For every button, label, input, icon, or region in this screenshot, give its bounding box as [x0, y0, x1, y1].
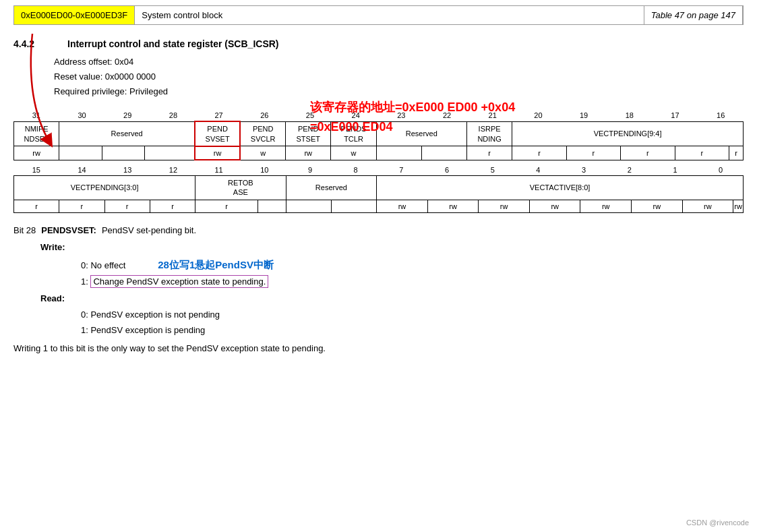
access-25: w — [331, 146, 376, 160]
bit-label-1: 1 — [653, 166, 698, 174]
bit-label-19: 19 — [561, 111, 607, 119]
access-0: rw — [733, 200, 744, 212]
bit-label-28: 28 — [150, 111, 196, 119]
lower-register-table: VECTPENDING[3:0] RETOBASE Reserved VECTA… — [13, 175, 744, 213]
bit-label-4: 4 — [516, 166, 562, 174]
field-vectpending-high: VECTPENDING[9:4] — [512, 121, 744, 146]
access-6: rw — [427, 200, 479, 212]
block-name: System control block — [135, 6, 644, 24]
section-number: 4.4.2 — [13, 38, 54, 49]
write-label: Write: — [40, 239, 744, 255]
bit-label-13: 13 — [104, 166, 150, 174]
access-3: rw — [580, 200, 632, 212]
bit-label-2: 2 — [607, 166, 653, 174]
access-18: r — [675, 146, 729, 160]
bit-label-29: 29 — [104, 111, 150, 119]
register-info: Address offset: 0x04 Reset value: 0x0000… — [54, 55, 744, 99]
access-8 — [331, 200, 376, 212]
access-30 — [59, 146, 102, 160]
field-vectactive: VECTACTIVE[8:0] — [377, 176, 744, 200]
access-29 — [102, 146, 145, 160]
watermark: CSDN @rivencode — [686, 519, 749, 527]
access-22: r — [466, 146, 512, 160]
field-pendsvclr: PENDSVCLR — [240, 121, 285, 146]
chinese-write-label: 28位写1悬起PendSV中断 — [158, 256, 274, 274]
bit-number-label: Bit 28 — [13, 223, 36, 238]
read-1-item: 1: PendSV exception is pending — [81, 322, 744, 338]
reset-value: Reset value: 0x0000 0000 — [54, 69, 744, 84]
section-title: Interrupt control and state register (SC… — [67, 38, 279, 49]
read-label: Read: — [40, 291, 744, 306]
bit-label-31: 31 — [13, 111, 59, 119]
access-12: r — [150, 200, 195, 212]
access-5: rw — [479, 200, 530, 212]
bit-label-9: 9 — [287, 166, 333, 174]
bit-label-30: 30 — [59, 111, 105, 119]
access-1: rw — [682, 200, 733, 212]
bit-label-27: 27 — [196, 111, 242, 119]
access-7: rw — [377, 200, 428, 212]
write-1-item: 1: Change PendSV exception state to pend… — [81, 274, 744, 289]
field-pendsvset: PENDSVSET — [195, 121, 240, 146]
access-24 — [376, 146, 421, 160]
bit-label-16: 16 — [698, 111, 744, 119]
lower-access-row: r r r r r rw rw rw rw rw rw rw rw — [14, 200, 744, 212]
access-28-3 — [145, 146, 195, 160]
field-reserved-upper: Reserved — [59, 121, 195, 146]
bit-label-17: 17 — [653, 111, 698, 119]
access-21: r — [512, 146, 566, 160]
upper-access-row: rw rw w rw w r r r r r r — [14, 146, 744, 160]
access-2: rw — [632, 200, 683, 212]
access-23 — [421, 146, 466, 160]
access-26: rw — [286, 146, 331, 160]
read-section: Read: 0: PendSV exception is not pending… — [40, 291, 744, 338]
address-range: 0xE000ED00-0xE000ED3F — [14, 6, 135, 24]
access-14: r — [59, 200, 104, 212]
bit-label-5: 5 — [470, 166, 516, 174]
bit-label-14: 14 — [59, 166, 105, 174]
field-reserved-lower: Reserved — [286, 176, 377, 200]
section-heading: 4.4.2 Interrupt control and state regist… — [13, 38, 744, 49]
bit-label-3: 3 — [561, 166, 607, 174]
bit-description-text: PendSV set-pending bit. — [102, 223, 196, 238]
access-31: rw — [14, 146, 59, 160]
write-section: Write: 0: No effect 28位写1悬起PendSV中断 1: C… — [40, 239, 744, 289]
bit-label-0: 0 — [698, 166, 744, 174]
bit-label-6: 6 — [424, 166, 470, 174]
bit-label-11: 11 — [196, 166, 242, 174]
bit-label-8: 8 — [333, 166, 379, 174]
write-0-val: 0: No effect — [81, 258, 125, 273]
required-privilege: Required privilege: Privileged — [54, 84, 744, 99]
access-20: r — [566, 146, 620, 160]
access-19: r — [621, 146, 675, 160]
address-offset: Address offset: 0x04 — [54, 55, 744, 69]
bit-label-12: 12 — [150, 166, 196, 174]
write-1-val: 1: — [81, 276, 90, 287]
access-15: r — [14, 200, 59, 212]
access-17: r — [729, 146, 744, 160]
access-11: r — [195, 200, 258, 212]
bit-label-20: 20 — [516, 111, 562, 119]
table-reference: Table 47 on page 147 — [644, 6, 743, 24]
chinese-address-annotation: 该寄存器的地址=0xE000 ED00 +0x04 =0xE000 ED04 — [310, 98, 515, 137]
bit-description: Bit 28 PENDSVSET: PendSV set-pending bit… — [13, 223, 744, 357]
bit-label-18: 18 — [607, 111, 653, 119]
bit-label-7: 7 — [379, 166, 425, 174]
field-vectpending-low: VECTPENDING[3:0] — [14, 176, 195, 200]
bit-name-label: PENDSVSET: — [41, 223, 96, 238]
note-text: Writing 1 to this bit is the only way to… — [13, 341, 744, 356]
bit-label-26: 26 — [241, 111, 287, 119]
read-0-item: 0: PendSV exception is not pending — [81, 307, 744, 322]
bit-label-10: 10 — [241, 166, 287, 174]
access-13: r — [104, 200, 150, 212]
access-28: rw — [195, 146, 240, 160]
access-9 — [286, 200, 331, 212]
access-27: w — [240, 146, 285, 160]
address-bar: 0xE000ED00-0xE000ED3F System control blo… — [13, 5, 744, 25]
field-retobase: RETOBASE — [195, 176, 286, 200]
write-1-desc: Change PendSV exception state to pending… — [90, 275, 268, 288]
register-map-lower: 15 14 13 12 11 10 9 8 7 6 5 4 3 2 1 0 VE… — [13, 166, 744, 213]
access-10 — [258, 200, 286, 212]
field-nmipendset: NMIPENDSET — [14, 121, 59, 146]
lower-field-row: VECTPENDING[3:0] RETOBASE Reserved VECTA… — [14, 176, 744, 200]
